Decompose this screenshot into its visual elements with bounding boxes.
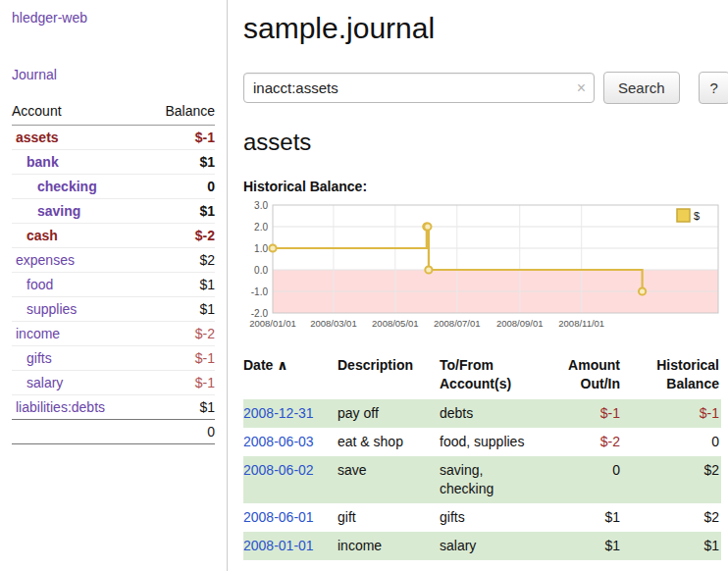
chart-y-tick-label: 2.0 [254, 222, 268, 233]
register-accounts: salary [440, 532, 542, 560]
account-link-income[interactable]: income [16, 326, 60, 341]
search-form: × Search ? [243, 72, 728, 104]
accounts-total-balance: 0 [144, 420, 215, 444]
register-amount: $-1 [542, 399, 628, 428]
account-link-supplies[interactable]: supplies [26, 301, 77, 317]
accounts-table: Account Balance assets$-1bank$1checking0… [12, 100, 215, 444]
chart-x-tick-label: 2008/11/01 [558, 318, 604, 329]
account-link-gifts[interactable]: gifts [26, 350, 52, 366]
search-input[interactable] [243, 73, 595, 103]
sidebar: hledger-web Journal Account Balance asse… [0, 0, 228, 571]
register-accounts: gifts [440, 503, 542, 532]
register-date-link[interactable]: 2008-01-01 [243, 538, 314, 553]
chart-x-tick-label: 2008/07/01 [434, 318, 481, 329]
register-date-link[interactable]: 2008-06-01 [243, 509, 314, 525]
register-amount: $-2 [542, 428, 628, 456]
account-row: liabilities:debts$1 [12, 395, 215, 420]
account-row: checking0 [12, 175, 215, 199]
register-col-header-description: Description [338, 352, 440, 399]
account-row: assets$-1 [12, 126, 215, 150]
account-link-bank[interactable]: bank [26, 154, 59, 170]
account-balance: $1 [144, 199, 215, 224]
account-row: supplies$1 [12, 297, 215, 322]
chart-y-tick-label: 0.0 [254, 265, 268, 276]
chart-y-tick-label: 1.0 [254, 243, 268, 254]
chart-y-tick-label: -1.0 [251, 286, 269, 297]
register-description: eat & shop [338, 428, 440, 456]
account-balance: $-1 [144, 126, 215, 150]
chart-legend-label: $ [694, 210, 700, 222]
hledger-web-app: hledger-web Journal Account Balance asse… [0, 0, 728, 571]
account-link-salary[interactable]: salary [26, 375, 63, 390]
register-amount: 0 [542, 456, 628, 503]
accounts-header-row: Account Balance [12, 100, 215, 126]
chart-title: Historical Balance: [243, 179, 728, 194]
register-date-link[interactable]: 2008-06-03 [243, 434, 314, 449]
account-balance: $-1 [144, 346, 215, 371]
account-row: cash$-2 [12, 224, 215, 248]
chart-point-marker [425, 266, 432, 273]
accounts-header-balance: Balance [144, 100, 215, 126]
sidebar-item-journal[interactable]: Journal [12, 67, 215, 82]
register-accounts: debts [440, 399, 542, 428]
account-balance: $-2 [144, 322, 215, 346]
chart-x-tick-label: 2008/09/01 [496, 318, 544, 329]
register-row: 2008-06-03eat & shopfood, supplies$-20 [243, 428, 721, 456]
register-balance: $-1 [628, 399, 721, 428]
accounts-total-row: 0 [12, 420, 215, 444]
register-col-header-amount: AmountOut/In [542, 352, 628, 399]
account-link-assets[interactable]: assets [16, 130, 59, 145]
register-description: save [338, 456, 440, 503]
account-heading: assets [243, 129, 728, 156]
chart-point-marker [639, 287, 646, 294]
register-date-link[interactable]: 2008-06-02 [243, 462, 314, 478]
account-row: food$1 [12, 273, 215, 297]
account-balance: $-2 [144, 224, 215, 248]
main-content: sample.journal × Search ? assets Histori… [228, 0, 728, 571]
register-balance: $1 [628, 532, 721, 560]
register-table: Date ∧DescriptionTo/FromAccount(s)Amount… [243, 352, 721, 560]
register-amount: $1 [542, 503, 628, 532]
register-balance: $2 [628, 503, 721, 532]
chart-legend-swatch [677, 209, 690, 222]
clear-search-icon[interactable]: × [577, 78, 586, 96]
account-link-saving[interactable]: saving [37, 203, 80, 219]
account-balance: $1 [144, 150, 215, 175]
account-row: salary$-1 [12, 371, 215, 395]
account-link-cash[interactable]: cash [26, 228, 58, 243]
register-col-header-tofrom: To/FromAccount(s) [440, 352, 542, 399]
account-row: expenses$2 [12, 248, 215, 273]
historical-balance-chart[interactable]: $3.02.01.00.0-1.0-2.02008/01/012008/03/0… [243, 201, 721, 340]
chart-point-marker [269, 244, 276, 251]
account-link-liabilities-debts[interactable]: liabilities:debts [16, 399, 105, 415]
help-button[interactable]: ? [699, 72, 728, 104]
app-title-link[interactable]: hledger-web [12, 10, 215, 26]
register-accounts: food, supplies [440, 428, 542, 456]
register-col-header-historical: HistoricalBalance [628, 352, 721, 399]
register-col-header-date[interactable]: Date ∧ [243, 352, 338, 399]
chart-point-marker [424, 223, 431, 230]
chart-x-tick-label: 2008/03/01 [310, 318, 357, 329]
chart-x-tick-label: 2008/05/01 [372, 318, 419, 329]
register-amount: $1 [542, 532, 628, 560]
search-button[interactable]: Search [603, 72, 680, 104]
account-link-food[interactable]: food [26, 277, 53, 292]
register-row: 2008-06-01giftgifts$1$2 [243, 503, 721, 532]
register-header-row: Date ∧DescriptionTo/FromAccount(s)Amount… [243, 352, 721, 399]
chart-x-tick-label: 2008/01/01 [249, 318, 296, 329]
accounts-header-account: Account [12, 100, 144, 126]
account-row: bank$1 [12, 150, 215, 175]
account-balance: $1 [144, 395, 215, 420]
account-link-expenses[interactable]: expenses [16, 252, 75, 268]
account-row: saving$1 [12, 199, 215, 224]
register-row: 2008-12-31pay offdebts$-1$-1 [243, 399, 721, 428]
account-row: gifts$-1 [12, 346, 215, 371]
account-link-checking[interactable]: checking [37, 179, 97, 194]
register-description: gift [338, 503, 440, 532]
account-balance: $1 [144, 297, 215, 322]
chart-svg: $3.02.01.00.0-1.0-2.02008/01/012008/03/0… [243, 201, 721, 340]
register-date-link[interactable]: 2008-12-31 [243, 405, 314, 421]
page-title: sample.journal [243, 12, 728, 45]
account-balance: 0 [144, 175, 215, 199]
chart-y-tick-label: 3.0 [254, 201, 268, 211]
